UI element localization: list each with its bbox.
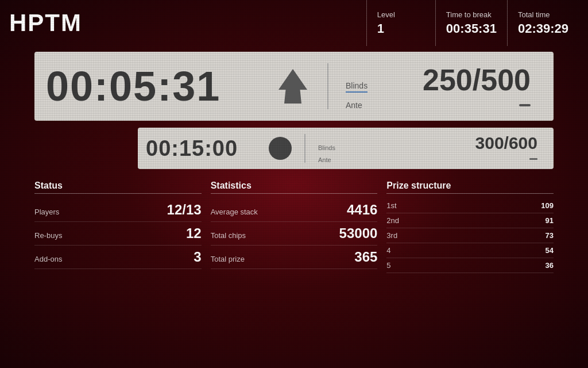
next-ante-dash-icon: [529, 158, 537, 160]
prize-place: 5: [386, 261, 390, 270]
status-row-label: Players: [34, 208, 59, 216]
level-label: Level: [377, 10, 425, 19]
next-blinds-value: 300/600: [475, 133, 537, 153]
main-timer-panel: 00:05:31 Blinds 250/500 Ante: [34, 52, 554, 121]
prize-row: 4 54: [386, 243, 554, 258]
total-time-value: 02:39:29: [518, 21, 568, 36]
next-divider: [304, 134, 305, 163]
prize-title: Prize structure: [386, 181, 554, 194]
statistics-title: Statistics: [211, 181, 378, 194]
statistics-row-value: 53000: [339, 225, 378, 241]
prize-amount: 54: [546, 246, 554, 255]
blinds-value: 250/500: [423, 63, 531, 97]
prize-rows: 1st 109 2nd 91 3rd 73 4 54 5 36: [386, 198, 554, 273]
statistics-panel: Statistics Average stack 4416 Total chip…: [211, 181, 378, 273]
total-time-label: Total time: [518, 10, 568, 19]
circle-icon: [269, 137, 292, 160]
status-row: Add-ons 3: [34, 246, 202, 269]
statistics-row-value: 4416: [347, 202, 377, 218]
prize-amount: 91: [546, 216, 554, 225]
current-timer: 00:05:31: [46, 63, 264, 110]
total-time-stat: Total time 02:39:29: [507, 0, 579, 46]
prize-place: 2nd: [386, 216, 399, 225]
prize-place: 1st: [386, 201, 396, 210]
header-stats: Level 1 Time to break 00:35:31 Total tim…: [366, 0, 579, 46]
header: HPTM Level 1 Time to break 00:35:31 Tota…: [0, 0, 588, 46]
status-row-value: 3: [194, 249, 201, 265]
next-blinds-label: Blinds: [318, 144, 335, 151]
prize-row: 2nd 91: [386, 213, 554, 228]
status-row-label: Re-buys: [34, 231, 62, 240]
statistics-row-value: 365: [354, 249, 377, 265]
prize-row: 1st 109: [386, 198, 554, 213]
status-row-label: Add-ons: [34, 255, 62, 263]
status-row: Re-buys 12: [34, 222, 202, 246]
prize-panel: Prize structure 1st 109 2nd 91 3rd 73 4 …: [386, 181, 554, 273]
level-stat: Level 1: [366, 0, 435, 46]
statistics-row: Average stack 4416: [211, 198, 378, 222]
next-timer: 00:15:00: [146, 136, 261, 161]
time-to-break-value: 00:35:31: [446, 21, 497, 36]
status-row: Players 12/13: [34, 198, 202, 222]
statistics-row: Total chips 53000: [211, 222, 378, 246]
ante-label: Ante: [346, 101, 362, 110]
blinds-label: Blinds: [346, 81, 368, 93]
statistics-row-label: Total chips: [211, 231, 246, 240]
statistics-row: Total prize 365: [211, 246, 378, 269]
status-title: Status: [34, 181, 202, 194]
ante-dash-icon: [519, 104, 531, 106]
prize-amount: 73: [546, 231, 554, 240]
status-panel: Status Players 12/13 Re-buys 12 Add-ons …: [34, 181, 202, 273]
prize-row: 5 36: [386, 258, 554, 273]
stats-container: Status Players 12/13 Re-buys 12 Add-ons …: [34, 181, 554, 273]
statistics-row-label: Average stack: [211, 208, 258, 216]
statistics-rows: Average stack 4416 Total chips 53000 Tot…: [211, 198, 378, 269]
prize-place: 4: [386, 246, 390, 255]
status-row-value: 12/13: [167, 202, 202, 218]
status-row-value: 12: [186, 225, 202, 241]
status-rows: Players 12/13 Re-buys 12 Add-ons 3: [34, 198, 202, 269]
card-icon: [276, 66, 310, 106]
prize-row: 3rd 73: [386, 228, 554, 243]
spade-icon: [278, 69, 307, 103]
level-value: 1: [377, 21, 425, 36]
panel-divider: [327, 63, 328, 109]
blinds-section: Blinds 250/500 Ante: [334, 63, 542, 110]
time-to-break-label: Time to break: [446, 10, 497, 19]
ante-row: Ante: [346, 101, 531, 110]
next-ante-label: Ante: [318, 156, 331, 163]
app-title: HPTM: [9, 0, 366, 46]
prize-place: 3rd: [386, 231, 397, 240]
statistics-row-label: Total prize: [211, 255, 245, 263]
time-to-break-stat: Time to break 00:35:31: [435, 0, 507, 46]
next-level-panel: 00:15:00 Blinds 300/600 Ante: [138, 128, 554, 169]
prize-amount: 109: [541, 201, 554, 210]
prize-amount: 36: [546, 261, 554, 270]
next-blinds-section: Blinds 300/600 Ante: [310, 133, 546, 163]
